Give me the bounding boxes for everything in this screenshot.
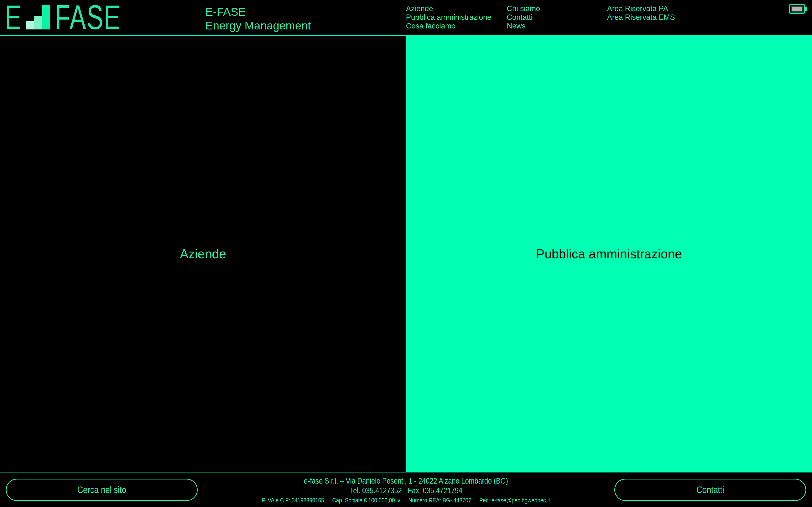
nav-column-secondary: Chi siamo Contatti News xyxy=(507,4,540,31)
panel-aziende[interactable]: Aziende xyxy=(0,36,406,472)
footer-numero-rea: Numero REA: BG- 443707 xyxy=(408,497,471,504)
panel-pubblica-amministrazione-label: Pubblica amministrazione xyxy=(536,247,682,261)
footer-phone-line: Tel. 035.4127352 - Fax. 035.4721794 xyxy=(350,486,462,495)
footer-cap-sociale: Cap. Sociale € 100.000,00 iv xyxy=(332,497,400,504)
main-split: Aziende Pubblica amministrazione xyxy=(0,36,812,472)
footer-address-line: e-fase S.r.l. – Via Daniele Pesenti, 1 -… xyxy=(304,476,508,486)
nav-item-aziende[interactable]: Aziende xyxy=(406,4,491,13)
panel-pubblica-amministrazione[interactable]: Pubblica amministrazione xyxy=(406,36,812,472)
battery-fill-level xyxy=(791,6,803,12)
efase-logo[interactable]: E FASE xyxy=(5,5,147,30)
nav-item-area-riservata-ems[interactable]: Area Riservata EMS xyxy=(607,13,675,22)
nav-item-chi-siamo[interactable]: Chi siamo xyxy=(507,4,540,13)
site-title: E-FASE Energy Management xyxy=(205,5,311,32)
nav-item-news[interactable]: News xyxy=(507,22,540,31)
search-site-button[interactable]: Cerca nel sito xyxy=(6,479,198,501)
battery-icon xyxy=(789,4,805,14)
site-title-line2: Energy Management xyxy=(205,18,311,32)
footer-company-info: e-fase S.r.l. – Via Daniele Pesenti, 1 -… xyxy=(217,476,595,504)
footer-piva: P.IVA e C.F: 04198390165 xyxy=(262,497,324,504)
site-title-line1: E-FASE xyxy=(205,5,311,18)
contacts-button-label: Contatti xyxy=(697,485,724,495)
footer-pec: Pec: e-fase@pec.bgwebpec.it xyxy=(479,497,550,504)
page: E FASE E-FASE Energy Management Aziende … xyxy=(0,0,812,507)
bar-chart-steps-icon xyxy=(26,5,50,30)
nav-column-primary: Aziende Pubblica amministrazione Cosa fa… xyxy=(406,4,491,31)
search-site-button-label: Cerca nel sito xyxy=(77,485,126,495)
nav-column-reserved-areas: Area Riservata PA Area Riservata EMS xyxy=(607,4,675,22)
panel-aziende-label: Aziende xyxy=(180,247,226,261)
nav-item-contatti[interactable]: Contatti xyxy=(507,13,540,22)
footer: Cerca nel sito e-fase S.r.l. – Via Danie… xyxy=(0,472,812,507)
logo-letter-e: E xyxy=(5,5,22,30)
nav-item-area-riservata-pa[interactable]: Area Riservata PA xyxy=(607,4,675,13)
nav-item-pubblica-amministrazione[interactable]: Pubblica amministrazione xyxy=(406,13,491,22)
contacts-button[interactable]: Contatti xyxy=(614,479,806,501)
logo-letters-fase: FASE xyxy=(55,5,121,30)
footer-legal-line: P.IVA e C.F: 04198390165 Cap. Sociale € … xyxy=(240,497,572,504)
header: E FASE E-FASE Energy Management Aziende … xyxy=(0,0,812,36)
battery-nub xyxy=(805,7,807,11)
nav-item-cosa-facciamo[interactable]: Cosa facciamo xyxy=(406,22,491,31)
